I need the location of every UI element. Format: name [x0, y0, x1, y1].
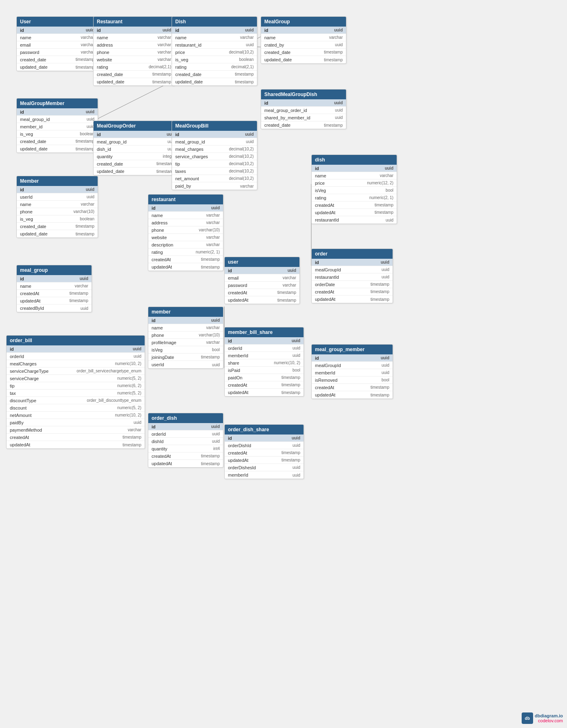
col-name: tip [175, 161, 180, 166]
col-type: numeric(5, 2) [117, 405, 141, 410]
col-name: mealCharges [10, 361, 36, 366]
col-type: uuid [86, 110, 94, 114]
col-type: decimal(10,2) [229, 50, 254, 54]
col-name: rating [97, 65, 108, 69]
table-row: ratingnumeric(2, 1) [312, 194, 397, 202]
col-type: uuid [245, 132, 254, 137]
col-type: timestamp [371, 282, 389, 287]
col-type: timestamp [201, 265, 220, 269]
col-name: id [20, 187, 24, 192]
table-row: created_datetimestamp [17, 138, 98, 145]
col-name: name [152, 213, 163, 218]
col-name: is_veg [20, 217, 33, 222]
col-name: website [97, 57, 112, 62]
col-name: createdAt [315, 385, 334, 390]
table-row: meal_group_order_iduuid [261, 107, 346, 114]
col-type: timestamp [371, 385, 389, 390]
table-header-restaurant: Restaurant [94, 17, 174, 27]
table-row: taxesdecimal(10,2) [172, 168, 257, 175]
col-name: updatedAt [315, 210, 335, 215]
col-name: isVeg [315, 188, 326, 193]
col-name: member_id [20, 124, 42, 129]
table-row: created_datetimestamp [172, 71, 257, 78]
col-name: name [20, 35, 31, 40]
col-name: profileImage [152, 340, 176, 345]
table-row: namevarchar [172, 34, 257, 41]
col-type: timestamp [123, 443, 141, 447]
table-row: isPaidbool [225, 367, 304, 374]
col-name: address [152, 220, 167, 225]
table-row: created_datetimestamp [94, 71, 174, 78]
table-row: pricenumeric(12, 2) [312, 179, 397, 187]
table-row: createdAttimestamp [148, 452, 223, 460]
table-row: crated_byuuid [261, 41, 346, 49]
col-type: timestamp [281, 383, 300, 387]
col-type: decimal(10,2) [229, 154, 254, 159]
table-row: serviceChargeTypeorder_bill_servicecharg… [7, 367, 145, 375]
col-name: meal_charges [175, 147, 203, 152]
col-type: varchar [380, 173, 393, 178]
col-type: timestamp [201, 257, 220, 262]
col-type: timestamp [281, 375, 300, 380]
col-type: uuid [381, 356, 389, 360]
table-row: memberIduuid [225, 471, 304, 479]
col-name: meal_group_id [97, 139, 127, 144]
table-row: namevarchar [148, 212, 223, 219]
col-name: updatedAt [152, 461, 172, 466]
table-row: shared_by_member_iduuid [261, 114, 346, 121]
table-row: mealGroupIduuid [312, 362, 393, 369]
col-type: uuid [292, 473, 300, 477]
col-name: created_date [264, 123, 290, 128]
table-row: mealGroupIduuid [312, 266, 393, 273]
col-name: serviceCharge [10, 376, 39, 381]
col-name: phone [20, 209, 33, 214]
table-row: createdAttimestamp [312, 288, 393, 296]
col-name: password [228, 283, 247, 288]
col-name: paidOn [228, 375, 242, 380]
table-row: updated_datetimestamp [17, 63, 98, 71]
table-row: isVegbool [312, 187, 397, 194]
table-row: createdAttimestamp [7, 434, 145, 441]
col-type: varchar [81, 50, 94, 54]
col-type: timestamp [123, 435, 141, 439]
col-name: crated_by [264, 43, 284, 47]
col-type: timestamp [281, 458, 300, 462]
table-row: updated_datetimestamp [172, 78, 257, 85]
table-row: namevarchar [94, 34, 174, 41]
table-member: memberiduuidnamevarcharphonevarchar(10)p… [148, 307, 223, 369]
table-row: emailvarchar [17, 41, 98, 49]
table-row: iduuid [312, 354, 393, 362]
table-row: quantityint4 [148, 445, 223, 452]
col-name: rating [315, 195, 326, 200]
table-row: passwordvarchar [17, 49, 98, 56]
col-name: quantity [152, 446, 167, 451]
col-name: updatedAt [228, 298, 248, 302]
col-name: updated_date [20, 146, 47, 151]
table-row: updatedAttimestamp [312, 391, 393, 399]
col-name: createdAt [10, 435, 29, 440]
table-header-member: member [148, 307, 223, 317]
table-header-member_bill_share: member_bill_share [225, 327, 304, 337]
col-name: restaurantId [315, 217, 339, 222]
col-name: id [315, 260, 319, 265]
table-row: iduuid [312, 165, 397, 172]
col-name: id [315, 166, 319, 171]
col-type: int4 [213, 446, 220, 451]
col-name: memberId [315, 370, 335, 375]
table-member_bill_share: member_bill_shareiduuidorderIduuidmember… [224, 327, 304, 396]
table-sharedmealgroupdish: SharedMealGroupDishiduuidmeal_group_orde… [261, 89, 346, 129]
col-name: tax [10, 391, 16, 396]
col-name: discountType [10, 398, 36, 403]
col-type: uuid [163, 28, 171, 32]
col-name: quantity [97, 154, 113, 159]
table-row: userIduuid [148, 361, 223, 368]
col-name: website [152, 235, 167, 240]
table-row: iduuid [17, 27, 98, 34]
table-row: restaurant_iduuid [172, 41, 257, 49]
table-row: createdAttimestamp [312, 202, 397, 209]
col-type: bool [212, 347, 220, 352]
col-name: memberId [228, 473, 248, 477]
table-row: member_iduuid [17, 123, 98, 130]
table-row: dishIduuid [148, 438, 223, 445]
col-type: varchar [206, 235, 220, 240]
